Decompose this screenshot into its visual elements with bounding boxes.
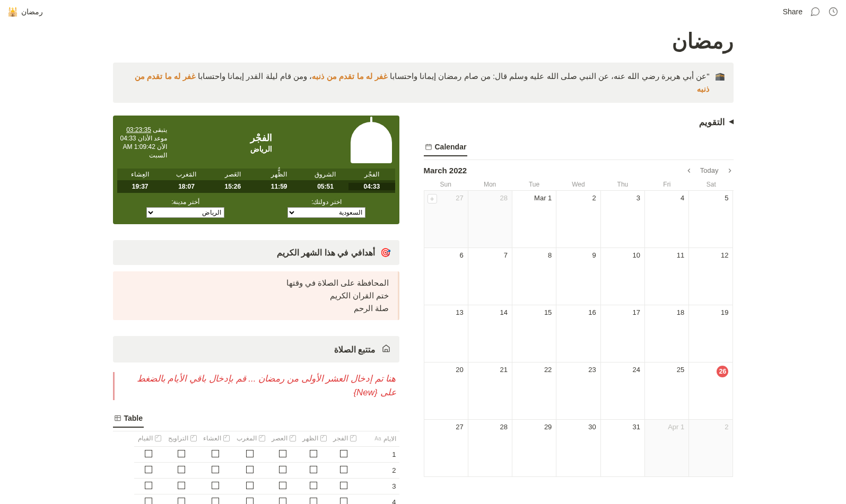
checkbox[interactable] bbox=[246, 498, 254, 504]
day-number: 31 bbox=[632, 423, 640, 431]
checkbox[interactable] bbox=[310, 450, 317, 457]
checkbox[interactable] bbox=[178, 450, 185, 457]
checkbox[interactable] bbox=[279, 498, 286, 504]
share-button[interactable]: Share bbox=[783, 7, 803, 16]
checkbox[interactable] bbox=[212, 482, 219, 489]
checkbox[interactable] bbox=[246, 450, 254, 457]
calendar-cell[interactable]: 15 bbox=[512, 305, 556, 362]
tracker-col-header[interactable]: الايام Aa bbox=[359, 431, 399, 447]
caret-down-icon: ▶ bbox=[729, 119, 734, 126]
checkbox[interactable] bbox=[310, 498, 317, 504]
checkbox[interactable] bbox=[279, 450, 286, 457]
calendar-cell[interactable]: 28 bbox=[468, 191, 512, 248]
calendar-cell[interactable]: 6 bbox=[424, 248, 468, 305]
checkbox[interactable] bbox=[145, 466, 152, 473]
tracker-col-header[interactable]: الفجر bbox=[329, 431, 359, 447]
country-select[interactable]: السعودية bbox=[287, 207, 366, 218]
checkbox[interactable] bbox=[145, 450, 152, 457]
calendar-cell[interactable]: 11 bbox=[645, 248, 689, 305]
calendar-cell[interactable]: 9 bbox=[556, 248, 600, 305]
calendar-cell[interactable]: 31 bbox=[601, 420, 645, 477]
day-number: 14 bbox=[500, 308, 508, 316]
tracker-col-header[interactable]: القيام bbox=[134, 431, 164, 447]
row-label[interactable]: 3 bbox=[359, 478, 399, 494]
calendar-cell[interactable]: 24 bbox=[601, 362, 645, 420]
calendar-cell[interactable]: Mar 1 bbox=[512, 191, 556, 248]
calendar-cell[interactable]: 10 bbox=[601, 248, 645, 305]
checkbox[interactable] bbox=[340, 482, 347, 489]
calendar-cell[interactable]: 22 bbox=[512, 362, 556, 420]
table-row[interactable]: 4 bbox=[134, 494, 399, 504]
calendar-cell[interactable]: 28 bbox=[468, 420, 512, 477]
calendar-tab[interactable]: Calendar bbox=[424, 140, 468, 156]
comments-icon[interactable] bbox=[810, 6, 821, 17]
row-label[interactable]: 2 bbox=[359, 462, 399, 478]
checkbox[interactable] bbox=[279, 466, 286, 473]
tracker-col-header[interactable]: التراويح bbox=[163, 431, 199, 447]
table-row[interactable]: 2 bbox=[134, 462, 399, 478]
checkbox[interactable] bbox=[340, 466, 347, 473]
tracker-col-header[interactable]: الظهر bbox=[298, 431, 329, 447]
calendar-cell[interactable]: 21 bbox=[468, 362, 512, 420]
calendar-cell[interactable]: 16 bbox=[556, 305, 600, 362]
weekday-header: Sat bbox=[689, 181, 733, 188]
city-select[interactable]: الرياض bbox=[146, 207, 225, 218]
checkbox[interactable] bbox=[178, 498, 185, 504]
calendar-cell[interactable]: Apr 1 bbox=[645, 420, 689, 477]
next-month-icon[interactable] bbox=[726, 167, 734, 174]
checkbox[interactable] bbox=[246, 466, 254, 473]
calendar-cell[interactable]: 2 bbox=[556, 191, 600, 248]
add-event-button[interactable]: + bbox=[428, 194, 437, 204]
calendar-cell[interactable]: 19 bbox=[689, 305, 733, 362]
table-row[interactable]: 1 bbox=[134, 446, 399, 462]
calendar-cell[interactable]: 8 bbox=[512, 248, 556, 305]
calendar-cell[interactable]: 27 bbox=[424, 420, 468, 477]
calendar-cell[interactable]: 25 bbox=[645, 362, 689, 420]
calendar-cell[interactable]: 13 bbox=[424, 305, 468, 362]
checkbox[interactable] bbox=[178, 482, 185, 489]
tracker-col-header[interactable]: العشاء bbox=[199, 431, 232, 447]
checkbox[interactable] bbox=[212, 450, 219, 457]
weekday-header: Sun bbox=[424, 181, 468, 188]
checkbox[interactable] bbox=[246, 482, 254, 489]
calendar-cell[interactable]: 26 bbox=[689, 362, 733, 420]
checkbox[interactable] bbox=[310, 482, 317, 489]
calendar-cell[interactable]: 3 bbox=[601, 191, 645, 248]
calendar-cell[interactable]: +27 bbox=[424, 191, 468, 248]
tracker-col-header[interactable]: المغرب bbox=[232, 431, 267, 447]
calendar-cell[interactable]: 29 bbox=[512, 420, 556, 477]
checkbox[interactable] bbox=[145, 482, 152, 489]
calendar-cell[interactable]: 7 bbox=[468, 248, 512, 305]
day-number: 25 bbox=[677, 366, 684, 374]
day-number: 26 bbox=[717, 366, 728, 377]
calendar-cell[interactable]: 2 bbox=[689, 420, 733, 477]
calendar-cell[interactable]: 23 bbox=[556, 362, 600, 420]
calendar-cell[interactable]: 4 bbox=[645, 191, 689, 248]
calendar-toggle[interactable]: ▶ التقويم bbox=[424, 116, 734, 129]
prev-month-icon[interactable] bbox=[685, 167, 693, 174]
checkbox[interactable] bbox=[178, 466, 185, 473]
checkbox[interactable] bbox=[212, 466, 219, 473]
checkbox[interactable] bbox=[279, 482, 286, 489]
calendar-cell[interactable]: 30 bbox=[556, 420, 600, 477]
calendar-cell[interactable]: 12 bbox=[689, 248, 733, 305]
tracker-col-header[interactable]: العصر bbox=[267, 431, 298, 447]
checkbox[interactable] bbox=[340, 498, 347, 504]
calendar-cell[interactable]: 20 bbox=[424, 362, 468, 420]
table-row[interactable]: 3 bbox=[134, 478, 399, 494]
checkbox[interactable] bbox=[340, 450, 347, 457]
calendar-cell[interactable]: 17 bbox=[601, 305, 645, 362]
row-label[interactable]: 1 bbox=[359, 446, 399, 462]
calendar-cell[interactable]: 5 bbox=[689, 191, 733, 248]
calendar-cell[interactable]: 18 bbox=[645, 305, 689, 362]
row-label[interactable]: 4 bbox=[359, 494, 399, 504]
table-tab[interactable]: Table bbox=[113, 412, 144, 428]
day-number: 27 bbox=[456, 423, 463, 431]
calendar-cell[interactable]: 14 bbox=[468, 305, 512, 362]
updates-icon[interactable] bbox=[828, 6, 839, 17]
checkbox[interactable] bbox=[145, 498, 152, 504]
checkbox[interactable] bbox=[310, 466, 317, 473]
today-button[interactable]: Today bbox=[697, 165, 722, 175]
breadcrumb[interactable]: رمضان bbox=[21, 7, 43, 16]
checkbox[interactable] bbox=[212, 498, 219, 504]
